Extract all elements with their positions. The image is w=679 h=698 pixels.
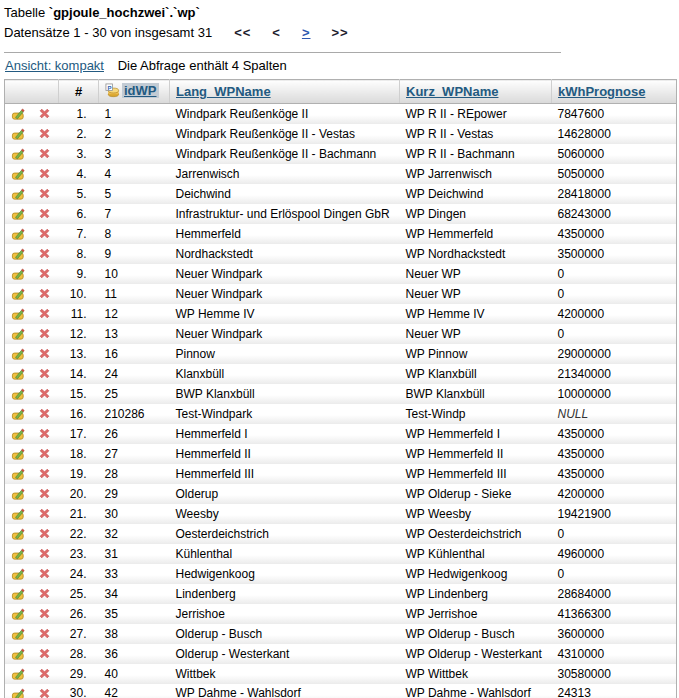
cell-kwhprognose: 3500000 bbox=[552, 244, 677, 264]
cell-kurz-wpname: WP Klanxbüll bbox=[400, 364, 552, 384]
delete-icon[interactable] bbox=[37, 386, 52, 401]
delete-icon[interactable] bbox=[37, 286, 52, 301]
row-actions bbox=[5, 544, 59, 564]
edit-icon[interactable] bbox=[11, 426, 26, 441]
cell-kurz-wpname: WP Pinnow bbox=[400, 344, 552, 364]
cell-lang-wpname: Windpark Reußenköge II bbox=[170, 104, 400, 124]
delete-icon[interactable] bbox=[37, 406, 52, 421]
delete-icon[interactable] bbox=[37, 346, 52, 361]
sort-link-kurz-wpname[interactable]: Kurz_WPName bbox=[406, 84, 498, 99]
edit-icon[interactable] bbox=[11, 206, 26, 221]
sort-link-idwp[interactable]: idWP bbox=[122, 83, 159, 98]
pagination-next-link[interactable]: > bbox=[302, 25, 311, 40]
cell-lang-wpname: Oesterdeichstrich bbox=[170, 524, 400, 544]
row-actions bbox=[5, 424, 59, 444]
delete-icon[interactable] bbox=[37, 626, 52, 641]
edit-icon[interactable] bbox=[11, 226, 26, 241]
cell-kurz-wpname: BWP Klanxbüll bbox=[400, 384, 552, 404]
cell-kwhprognose: 4350000 bbox=[552, 224, 677, 244]
pagination-last[interactable]: >> bbox=[332, 25, 349, 40]
edit-icon[interactable] bbox=[11, 526, 26, 541]
delete-icon[interactable] bbox=[37, 566, 52, 581]
delete-icon[interactable] bbox=[37, 526, 52, 541]
cell-kurz-wpname: WP Lindenberg bbox=[400, 584, 552, 604]
cell-lang-wpname: Neuer Windpark bbox=[170, 284, 400, 304]
edit-icon[interactable] bbox=[11, 186, 26, 201]
edit-icon[interactable] bbox=[11, 266, 26, 281]
delete-icon[interactable] bbox=[37, 466, 52, 481]
edit-icon[interactable] bbox=[11, 306, 26, 321]
row-number-cell: 15. bbox=[59, 384, 99, 404]
cell-lang-wpname: Hemmerfeld I bbox=[170, 424, 400, 444]
edit-icon[interactable] bbox=[11, 166, 26, 181]
delete-icon[interactable] bbox=[37, 326, 52, 341]
row-number-cell: 30. bbox=[59, 684, 99, 698]
edit-icon[interactable] bbox=[11, 586, 26, 601]
edit-icon[interactable] bbox=[11, 546, 26, 561]
delete-icon[interactable] bbox=[37, 166, 52, 181]
edit-icon[interactable] bbox=[11, 106, 26, 121]
delete-icon[interactable] bbox=[37, 226, 52, 241]
delete-icon[interactable] bbox=[37, 206, 52, 221]
view-mode-link[interactable]: Ansicht: kompakt bbox=[5, 58, 104, 73]
edit-icon[interactable] bbox=[11, 366, 26, 381]
table-row: 5. 5 Deichwind WP Deichwind 28418000 bbox=[5, 184, 677, 204]
cell-kwhprognose: 24313 bbox=[552, 684, 677, 698]
delete-icon[interactable] bbox=[37, 266, 52, 281]
row-number-cell: 28. bbox=[59, 644, 99, 664]
cell-kurz-wpname: WP Hemmerfeld I bbox=[400, 424, 552, 444]
delete-icon[interactable] bbox=[37, 666, 52, 681]
cell-kwhprognose: 4350000 bbox=[552, 444, 677, 464]
edit-icon[interactable] bbox=[11, 666, 26, 681]
cell-idwp: 30 bbox=[99, 504, 170, 524]
delete-icon[interactable] bbox=[37, 586, 52, 601]
delete-icon[interactable] bbox=[37, 306, 52, 321]
row-actions bbox=[5, 364, 59, 384]
edit-icon[interactable] bbox=[11, 446, 26, 461]
edit-icon[interactable] bbox=[11, 646, 26, 661]
edit-icon[interactable] bbox=[11, 286, 26, 301]
delete-icon[interactable] bbox=[37, 546, 52, 561]
cell-lang-wpname: Deichwind bbox=[170, 184, 400, 204]
edit-icon[interactable] bbox=[11, 686, 26, 698]
delete-icon[interactable] bbox=[37, 646, 52, 661]
delete-icon[interactable] bbox=[37, 106, 52, 121]
edit-icon[interactable] bbox=[11, 566, 26, 581]
cell-lang-wpname: Weesby bbox=[170, 504, 400, 524]
row-actions bbox=[5, 464, 59, 484]
edit-icon[interactable] bbox=[11, 126, 26, 141]
edit-icon[interactable] bbox=[11, 506, 26, 521]
edit-icon[interactable] bbox=[11, 146, 26, 161]
delete-icon[interactable] bbox=[37, 366, 52, 381]
delete-icon[interactable] bbox=[37, 506, 52, 521]
delete-icon[interactable] bbox=[37, 486, 52, 501]
edit-icon[interactable] bbox=[11, 626, 26, 641]
edit-icon[interactable] bbox=[11, 326, 26, 341]
row-number-cell: 10. bbox=[59, 284, 99, 304]
delete-icon[interactable] bbox=[37, 606, 52, 621]
edit-icon[interactable] bbox=[11, 246, 26, 261]
cell-kwhprognose: 10000000 bbox=[552, 384, 677, 404]
delete-icon[interactable] bbox=[37, 446, 52, 461]
cell-kurz-wpname: Neuer WP bbox=[400, 284, 552, 304]
delete-icon[interactable] bbox=[37, 426, 52, 441]
edit-icon[interactable] bbox=[11, 406, 26, 421]
edit-icon[interactable] bbox=[11, 346, 26, 361]
delete-icon[interactable] bbox=[37, 246, 52, 261]
edit-icon[interactable] bbox=[11, 466, 26, 481]
edit-icon[interactable] bbox=[11, 386, 26, 401]
sort-link-lang-wpname[interactable]: Lang_WPName bbox=[176, 84, 271, 99]
row-actions bbox=[5, 144, 59, 164]
delete-icon[interactable] bbox=[37, 686, 52, 698]
edit-icon[interactable] bbox=[11, 606, 26, 621]
sort-link-kwhprognose[interactable]: kWhPrognose bbox=[558, 84, 645, 99]
table-row: 7. 8 Hemmerfeld WP Hemmerfeld 4350000 bbox=[5, 224, 677, 244]
delete-icon[interactable] bbox=[37, 186, 52, 201]
table-row: 28. 36 Olderup - Westerkant WP Olderup -… bbox=[5, 644, 677, 664]
row-number-cell: 20. bbox=[59, 484, 99, 504]
delete-icon[interactable] bbox=[37, 126, 52, 141]
delete-icon[interactable] bbox=[37, 146, 52, 161]
cell-kurz-wpname: WP Dingen bbox=[400, 204, 552, 224]
cell-kurz-wpname: WP Kühlenthal bbox=[400, 544, 552, 564]
edit-icon[interactable] bbox=[11, 486, 26, 501]
